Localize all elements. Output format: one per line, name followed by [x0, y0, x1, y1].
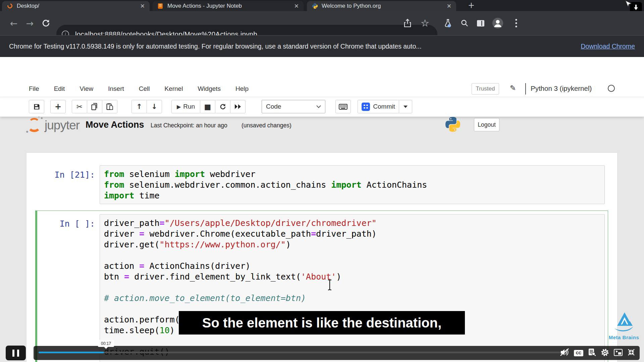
mouse-cursor — [625, 0, 632, 10]
video-frame: Desktop/ ✕ Move Actions - Jupyter Noteb … — [0, 0, 644, 362]
chrome-testing-banner: Chrome for Testing v117.0.5938.149 is on… — [0, 35, 644, 57]
chevron-down-icon — [316, 105, 321, 108]
progress-played — [39, 352, 104, 353]
forward-icon[interactable]: → — [22, 11, 38, 35]
banner-text: Chrome for Testing v117.0.5938.149 is on… — [9, 43, 422, 50]
menu-insert[interactable]: Insert — [108, 85, 124, 93]
labs-flask-icon[interactable] — [440, 11, 455, 35]
menu-help[interactable]: Help — [235, 85, 249, 93]
notebook-favicon — [158, 3, 163, 9]
video-caption: So the element is like the destination, — [179, 311, 465, 335]
close-icon[interactable]: ✕ — [140, 3, 145, 10]
player-bar: CC — [34, 346, 640, 360]
play-icon: ▶ — [177, 104, 181, 110]
checkpoint-status: Last Checkpoint: an hour ago — [151, 122, 227, 129]
exit-fullscreen-icon[interactable] — [627, 348, 635, 358]
cell-prompt: In [21]: — [30, 170, 95, 180]
logout-button[interactable]: Logout — [474, 118, 499, 131]
code-cell-input[interactable]: from selenium import webdriverfrom selen… — [100, 165, 605, 204]
settings-gear-icon[interactable] — [601, 348, 609, 358]
captions-toggle[interactable]: CC — [574, 350, 583, 356]
tab-python-org[interactable]: Welcome to Python.org ✕ — [307, 1, 456, 11]
menu-edit[interactable]: Edit — [54, 85, 65, 93]
menu-view[interactable]: View — [79, 85, 93, 93]
trusted-badge[interactable]: Trusted — [472, 83, 499, 95]
close-icon[interactable]: ✕ — [294, 3, 299, 10]
watermark-text: Meta Brains — [604, 335, 644, 340]
command-palette-button[interactable] — [335, 100, 351, 113]
copy-cells-button[interactable] — [87, 100, 102, 113]
new-tab-button[interactable]: + — [466, 1, 476, 11]
tab-title: Welcome to Python.org — [322, 3, 444, 9]
jupyter-favicon — [7, 3, 13, 9]
progress-track[interactable] — [39, 352, 567, 353]
add-cell-button[interactable]: + — [50, 100, 66, 113]
interrupt-kernel-button[interactable]: ■ — [200, 100, 215, 113]
download-icon — [633, 5, 639, 11]
tab-title: Move Actions - Jupyter Noteb — [167, 3, 291, 9]
browser-menu-dots-icon[interactable] — [508, 11, 524, 35]
caret-down-icon — [404, 106, 408, 108]
reload-icon[interactable] — [38, 11, 54, 35]
mute-icon[interactable] — [560, 348, 569, 358]
tab-desktop[interactable]: Desktop/ ✕ — [2, 1, 150, 11]
text-cursor-ibeam — [327, 279, 332, 292]
notebook-title[interactable]: Move Actions — [86, 120, 144, 130]
tab-move-actions[interactable]: Move Actions - Jupyter Noteb ✕ — [153, 1, 304, 11]
tab-title: Desktop/ — [17, 3, 138, 9]
jupyter-logo-icon[interactable] — [25, 117, 44, 133]
paste-cells-button[interactable] — [102, 100, 117, 113]
menu-cell[interactable]: Cell — [139, 85, 150, 93]
cut-cells-button[interactable]: ✂ — [72, 100, 87, 113]
edit-title-pencil-icon[interactable]: ✎ — [510, 84, 516, 92]
kernel-idle-indicator — [608, 85, 615, 92]
unsaved-status: (unsaved changes) — [241, 122, 291, 129]
divider — [525, 83, 526, 95]
jupyter-header: jupyter Move Actions Last Checkpoint: an… — [0, 57, 644, 80]
browser-tabstrip: Desktop/ ✕ Move Actions - Jupyter Noteb … — [0, 0, 644, 11]
python-kernel-logo — [445, 117, 460, 133]
cell-prompt: In [ ]: — [30, 219, 95, 229]
code-cell-input[interactable]: driver_path="/Users/apple/Desktop/driver… — [100, 214, 605, 362]
restart-kernel-button[interactable] — [215, 100, 230, 113]
bookmark-star-icon[interactable]: ☆ — [417, 11, 433, 35]
save-button[interactable] — [29, 100, 44, 113]
move-cell-down-button[interactable]: ↓ — [147, 100, 162, 113]
cell-type-select[interactable]: Code — [262, 100, 325, 113]
meta-brains-logo — [612, 312, 635, 333]
kernel-name: Python 3 (ipykernel) — [531, 84, 592, 93]
commit-dropdown-button[interactable] — [399, 100, 412, 113]
watermark: Meta Brains — [604, 312, 644, 340]
pip-icon[interactable] — [614, 349, 623, 357]
commit-button[interactable]: Commit — [358, 100, 399, 113]
side-panel-icon[interactable] — [473, 11, 488, 35]
python-favicon — [312, 3, 318, 9]
close-icon[interactable]: ✕ — [447, 3, 451, 10]
profile-avatar[interactable] — [489, 11, 506, 35]
browser-toolbar: ← → i localhost:8888/notebooks/Desktop/M… — [0, 11, 644, 35]
jupyter-logo-text: jupyter — [45, 118, 79, 132]
menu-kernel[interactable]: Kernel — [164, 85, 183, 93]
move-cell-up-button[interactable]: ↑ — [131, 100, 147, 113]
run-button[interactable]: ▶ Run — [171, 100, 200, 113]
commit-icon — [362, 103, 370, 111]
back-icon[interactable]: ← — [6, 11, 21, 35]
menu-file[interactable]: File — [29, 85, 39, 93]
pause-button[interactable] — [6, 346, 26, 360]
share-icon[interactable] — [400, 11, 415, 35]
jupyter-toolbar: + ✂ ↑ ↓ ▶ Run ■ — [0, 97, 644, 117]
transcript-icon[interactable] — [588, 348, 596, 358]
search-icon[interactable] — [457, 11, 472, 35]
download-chrome-link[interactable]: Download Chrome — [581, 43, 635, 50]
time-tooltip: 00:17 — [98, 340, 114, 347]
menu-widgets[interactable]: Widgets — [198, 85, 221, 93]
jupyter-menubar: File Edit View Insert Cell Kernel Widget… — [0, 80, 644, 97]
restart-run-all-button[interactable] — [230, 100, 246, 113]
